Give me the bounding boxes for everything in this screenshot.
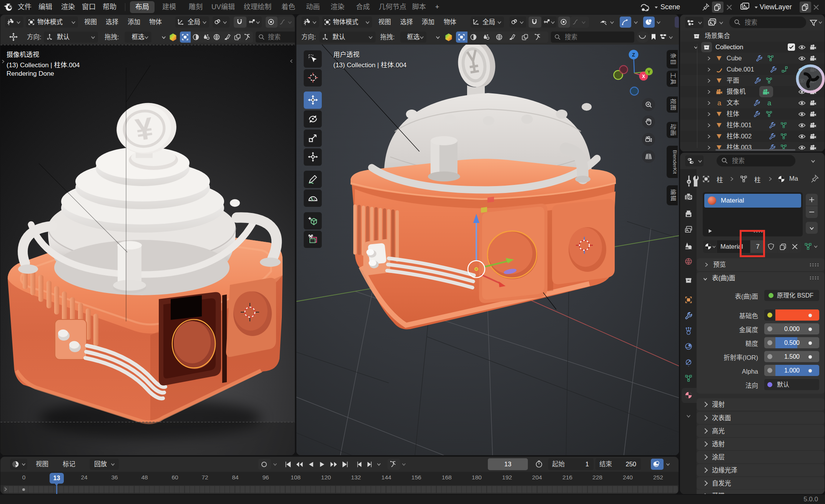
svg-text:Z: Z [632, 52, 635, 58]
svg-text:Y: Y [647, 70, 650, 74]
svg-text:X: X [642, 74, 645, 79]
